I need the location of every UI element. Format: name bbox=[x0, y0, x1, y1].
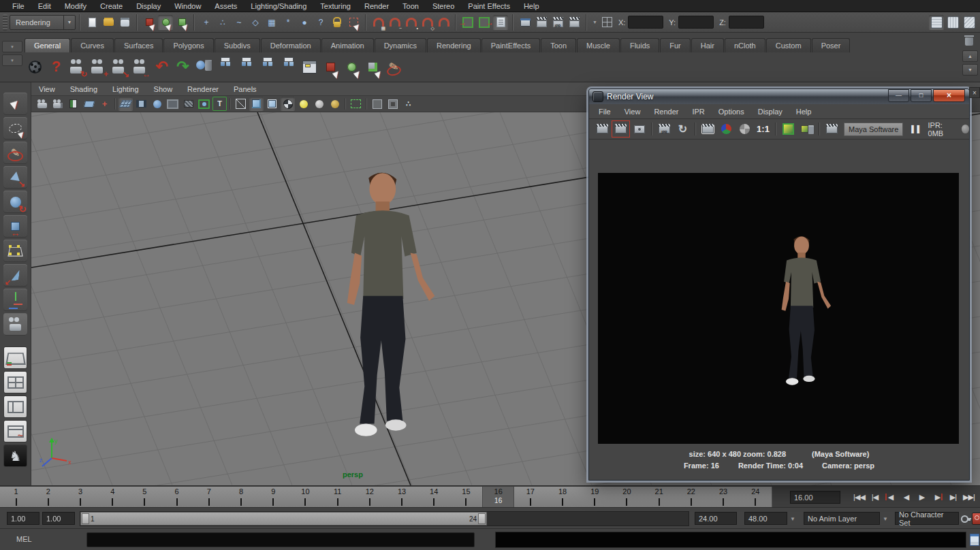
current-time-field[interactable]: 16.00 bbox=[790, 491, 840, 504]
camera-tumble-icon[interactable]: ↻ bbox=[67, 54, 88, 79]
menu-set-selector[interactable]: Rendering ▼ bbox=[10, 15, 76, 30]
script-editor-icon[interactable] bbox=[970, 534, 979, 546]
grid-icon[interactable] bbox=[118, 97, 133, 111]
default-light-icon[interactable] bbox=[296, 97, 311, 111]
panel-menu-panels[interactable]: Panels bbox=[226, 85, 264, 93]
shelf-tab-animation[interactable]: Animation bbox=[321, 38, 374, 52]
rv-menu-display[interactable]: Display bbox=[751, 108, 789, 116]
mask-joints-icon[interactable]: ∴ bbox=[215, 15, 230, 30]
minimize-button[interactable]: — bbox=[888, 89, 909, 102]
menu-display[interactable]: Display bbox=[129, 2, 168, 10]
rv-menu-help[interactable]: Help bbox=[789, 108, 819, 116]
input-connections-icon[interactable] bbox=[460, 15, 475, 30]
resolution-gate-icon[interactable] bbox=[150, 97, 164, 111]
undo-icon[interactable]: ↶ bbox=[151, 54, 172, 79]
tool-settings-toggle[interactable] bbox=[945, 15, 960, 30]
timeline-frame[interactable]: 21 bbox=[643, 487, 675, 508]
smooth-shade-icon[interactable] bbox=[249, 97, 264, 111]
move-tool[interactable] bbox=[3, 166, 27, 189]
separator[interactable] bbox=[819, 123, 820, 135]
layout-custom[interactable]: ♞ bbox=[3, 444, 27, 467]
collapser[interactable] bbox=[363, 14, 368, 31]
anim-layer-field[interactable]: No Anim Layer bbox=[804, 512, 880, 525]
two-d-pan-zoom-icon[interactable]: + bbox=[97, 97, 112, 111]
lock-selection-icon[interactable] bbox=[330, 15, 345, 30]
snap-curve-icon[interactable]: ~ bbox=[387, 15, 402, 30]
remove-image-icon[interactable] bbox=[798, 121, 815, 137]
timeline-frame[interactable]: 15 bbox=[450, 487, 482, 508]
go-to-end-button[interactable]: ▶▶| bbox=[961, 488, 977, 506]
separator[interactable] bbox=[366, 98, 367, 110]
chevron-down-icon[interactable]: ▼ bbox=[592, 20, 597, 25]
panel-menu-renderer[interactable]: Renderer bbox=[180, 85, 226, 93]
symmetry-icon[interactable] bbox=[600, 15, 615, 30]
step-forward-frame-button[interactable]: ▶| bbox=[945, 488, 961, 506]
layout-four-pane[interactable] bbox=[3, 371, 27, 393]
render-view-titlebar[interactable]: Render View —□× bbox=[589, 89, 969, 104]
snap-view-icon[interactable] bbox=[436, 15, 451, 30]
shelf-tab-rendering[interactable]: Rendering bbox=[427, 38, 481, 52]
timeline-frame[interactable]: 13 bbox=[385, 487, 417, 508]
play-backwards-button[interactable]: ◀ bbox=[898, 488, 914, 506]
timeline-frame[interactable]: 19 bbox=[579, 487, 611, 508]
mask-handles-icon[interactable]: + bbox=[199, 15, 214, 30]
menu-create[interactable]: Create bbox=[93, 2, 129, 10]
rv-menu-ipr[interactable]: IPR bbox=[685, 108, 711, 116]
set-key-icon[interactable] bbox=[961, 515, 971, 523]
collapser[interactable] bbox=[134, 14, 140, 31]
mask-dynamics-icon[interactable]: * bbox=[281, 15, 296, 30]
shelf-tab-subdivs[interactable]: Subdivs bbox=[215, 38, 260, 52]
delete-icon[interactable] bbox=[193, 54, 215, 79]
refresh-ipr-icon[interactable]: ↻ bbox=[674, 121, 691, 137]
render-current-frame-icon[interactable] bbox=[534, 15, 549, 30]
shelf-tab-hair[interactable]: Hair bbox=[691, 38, 724, 52]
layout-pane-graph[interactable] bbox=[3, 420, 27, 442]
last-tool-camera[interactable] bbox=[3, 313, 27, 336]
camera-zoom-icon[interactable]: ↔ bbox=[130, 54, 151, 79]
timeline-frame[interactable]: 2 bbox=[32, 487, 64, 508]
mask-surfaces-icon[interactable]: ◇ bbox=[248, 15, 263, 30]
isolate-select-icon[interactable] bbox=[349, 97, 363, 111]
play-forward-button[interactable]: ▶ bbox=[914, 488, 930, 506]
shelf-scroll-up-icon[interactable]: ▲ bbox=[962, 50, 978, 62]
joint-tool-icon[interactable] bbox=[215, 54, 236, 79]
mask-rendering-icon[interactable]: ● bbox=[297, 15, 312, 30]
playback-range-bar[interactable]: 1 24 bbox=[80, 512, 487, 525]
mask-misc-icon[interactable]: ? bbox=[313, 15, 328, 30]
camera-dolly-icon[interactable]: ↘ bbox=[109, 54, 130, 79]
ik-handle-icon[interactable] bbox=[236, 54, 257, 79]
menu-paint-effects[interactable]: Paint Effects bbox=[461, 2, 517, 10]
layout-pane-outliner[interactable] bbox=[3, 395, 27, 418]
auto-keyframe-icon[interactable] bbox=[972, 513, 980, 525]
timeline-ruler[interactable]: 1 2 3 4 5 bbox=[0, 487, 772, 508]
step-forward-key-button[interactable]: ▶ bbox=[930, 488, 945, 506]
timeline-frame[interactable]: 20 bbox=[611, 487, 643, 508]
statusline-grip[interactable] bbox=[3, 14, 7, 31]
rendered-image[interactable] bbox=[598, 173, 959, 444]
real-size-icon[interactable]: 1:1 bbox=[755, 121, 772, 137]
shelf-tab-deformation[interactable]: Deformation bbox=[261, 38, 321, 52]
snapshot-icon[interactable] bbox=[631, 121, 648, 137]
y-coord-field[interactable] bbox=[678, 16, 714, 29]
all-lights-icon[interactable] bbox=[312, 97, 326, 111]
region-render-icon[interactable] bbox=[699, 121, 716, 137]
layout-single-pane[interactable] bbox=[3, 346, 27, 369]
shelf-scroll-down-icon[interactable]: ▼ bbox=[962, 64, 978, 76]
animation-end-field[interactable]: 48.00 bbox=[744, 512, 787, 525]
mel-label[interactable]: MEL bbox=[16, 535, 32, 543]
keep-image-icon[interactable] bbox=[780, 121, 797, 137]
open-scene-icon[interactable] bbox=[101, 15, 116, 30]
show-manipulator-tool[interactable] bbox=[3, 289, 27, 311]
shelf-tab-fluids[interactable]: Fluids bbox=[620, 38, 659, 52]
rv-menu-render[interactable]: Render bbox=[647, 108, 685, 116]
lasso-tool[interactable] bbox=[3, 117, 27, 140]
shelf-tab-poser[interactable]: Poser bbox=[812, 38, 851, 52]
collapser[interactable] bbox=[453, 14, 458, 31]
xray-joints-icon[interactable] bbox=[385, 97, 400, 111]
chevron-down-icon[interactable]: ▼ bbox=[883, 516, 888, 522]
range-track[interactable]: 1 24 bbox=[80, 511, 689, 526]
image-plane-icon[interactable] bbox=[82, 97, 96, 111]
menu-window[interactable]: Window bbox=[168, 2, 208, 10]
menu-texturing[interactable]: Texturing bbox=[313, 2, 358, 10]
render-view-icon[interactable] bbox=[518, 15, 533, 30]
